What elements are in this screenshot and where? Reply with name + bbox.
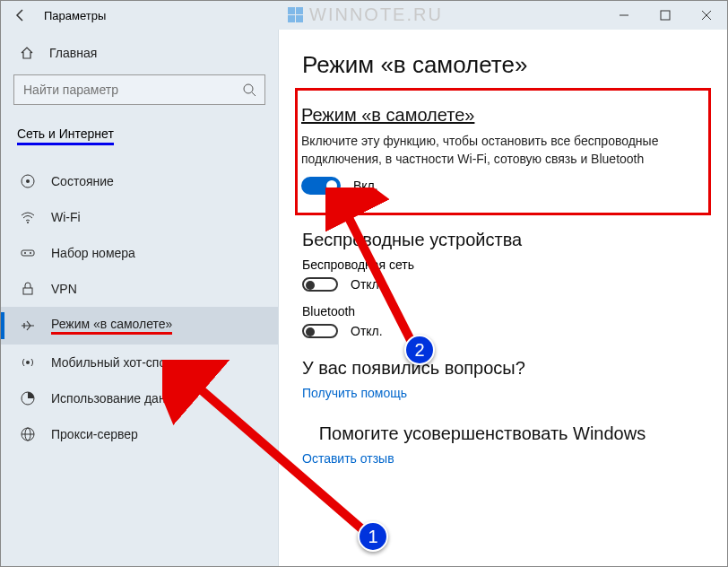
status-icon	[19, 173, 37, 189]
airplane-heading: Режим «в самолете»	[301, 105, 699, 126]
feedback-heading: XXПомогите усовершенствовать Windows	[302, 423, 704, 444]
help-link[interactable]: Получить помощь	[302, 386, 704, 400]
sidebar-item-airplane[interactable]: Режим «в самолете»	[1, 307, 278, 345]
sidebar-item-label: Набор номера	[51, 246, 135, 260]
minimize-icon	[619, 10, 629, 21]
sidebar-section-label: Сеть и Интернет	[1, 118, 278, 151]
svg-point-11	[30, 252, 31, 254]
watermark: WINNOTE.RU	[288, 4, 443, 25]
page-title: Режим «в самолете»	[302, 51, 704, 79]
feedback-link[interactable]: Оставить отзыв	[302, 451, 704, 466]
proxy-icon	[19, 426, 37, 442]
search-input[interactable]	[14, 83, 234, 97]
svg-point-7	[26, 179, 30, 183]
back-button[interactable]	[1, 1, 40, 30]
minimize-button[interactable]	[603, 1, 645, 30]
airplane-icon	[19, 318, 37, 334]
sidebar-home-label: Главная	[49, 46, 97, 60]
svg-point-13	[26, 361, 30, 364]
svg-rect-9	[22, 250, 34, 256]
wifi-icon	[19, 209, 37, 225]
close-icon	[701, 10, 712, 21]
search-box[interactable]	[13, 74, 265, 105]
airplane-toggle-label: Вкл.	[353, 179, 378, 193]
help-heading: У вас появились вопросы?	[302, 358, 704, 379]
sidebar-nav: Состояние Wi-Fi Набор номера VPN Режим «…	[1, 163, 278, 452]
annotation-highlight-box: Режим «в самолете» Включите эту функцию,…	[295, 88, 711, 215]
sidebar: Главная Сеть и Интернет Состояние Wi-Fi	[1, 30, 279, 566]
vpn-icon	[19, 281, 37, 297]
hotspot-icon	[19, 354, 37, 371]
sidebar-home[interactable]: Главная	[1, 39, 278, 67]
sidebar-item-label: Мобильный хот-спот	[51, 355, 171, 370]
maximize-button[interactable]	[645, 1, 686, 30]
sidebar-item-dialup[interactable]: Набор номера	[1, 235, 278, 271]
sidebar-item-wifi[interactable]: Wi-Fi	[1, 199, 278, 235]
home-icon	[19, 46, 35, 60]
annotation-badge-1: 1	[358, 521, 388, 552]
close-button[interactable]	[686, 1, 727, 30]
sidebar-item-hotspot[interactable]: Мобильный хот-спот	[1, 345, 278, 380]
sidebar-item-label: Wi-Fi	[51, 210, 81, 224]
search-icon	[234, 83, 264, 97]
sidebar-item-status[interactable]: Состояние	[1, 163, 278, 199]
svg-rect-1	[661, 11, 670, 20]
window-title: Параметры	[40, 9, 106, 22]
wifi-toggle-label: Откл.	[351, 277, 383, 292]
airplane-toggle[interactable]	[301, 177, 341, 195]
sidebar-item-label: Прокси-сервер	[51, 427, 138, 441]
wifi-label: Беспроводная сеть	[302, 257, 704, 272]
svg-line-5	[252, 92, 256, 96]
main-panel: Режим «в самолете» Режим «в самолете» Вк…	[279, 30, 727, 566]
arrow-left-icon	[13, 8, 28, 22]
window-controls	[603, 1, 727, 30]
sidebar-item-label: Состояние	[51, 174, 114, 188]
datausage-icon	[19, 390, 37, 406]
titlebar: Параметры WINNOTE.RU	[1, 1, 727, 30]
airplane-desc: Включите эту функцию, чтобы остановить в…	[301, 133, 699, 168]
bluetooth-label: Bluetooth	[302, 304, 704, 318]
svg-point-10	[24, 252, 26, 254]
bluetooth-toggle-label: Откл.	[351, 324, 383, 338]
wireless-heading: Беспроводные устройства	[302, 230, 704, 250]
annotation-badge-2: 2	[404, 335, 435, 365]
svg-point-4	[244, 84, 253, 93]
sidebar-item-datausage[interactable]: Использование данных	[1, 380, 278, 416]
windows-logo-icon	[288, 7, 304, 23]
sidebar-item-proxy[interactable]: Прокси-сервер	[1, 416, 278, 452]
dialup-icon	[19, 245, 37, 261]
sidebar-item-vpn[interactable]: VPN	[1, 271, 278, 307]
maximize-icon	[660, 10, 671, 21]
svg-rect-12	[23, 288, 32, 294]
sidebar-item-label: VPN	[51, 282, 77, 296]
settings-window: Параметры WINNOTE.RU Главная Сеть	[0, 0, 728, 567]
svg-point-8	[27, 222, 29, 223]
sidebar-item-label: Использование данных	[51, 391, 187, 406]
wifi-toggle[interactable]	[302, 277, 338, 292]
bluetooth-toggle[interactable]	[302, 324, 338, 338]
sidebar-item-label: Режим «в самолете»	[51, 317, 172, 335]
